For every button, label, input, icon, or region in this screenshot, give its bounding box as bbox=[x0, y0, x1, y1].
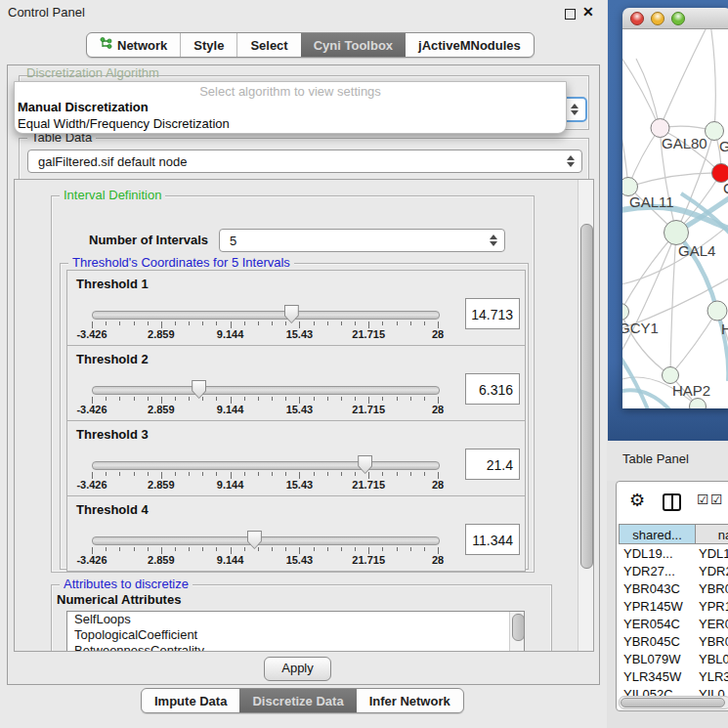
network-node-gal4[interactable] bbox=[664, 221, 689, 245]
network-edge bbox=[670, 233, 676, 375]
slider-tick bbox=[355, 547, 356, 551]
slider-tick bbox=[272, 547, 273, 551]
slider-track[interactable] bbox=[92, 461, 440, 470]
threshold-value-field[interactable]: 21.4 bbox=[465, 449, 520, 480]
slider-tick bbox=[368, 472, 369, 479]
attribute-list-item[interactable]: BetweennessCentrality bbox=[67, 643, 524, 652]
slider-tick-label: 21.715 bbox=[352, 404, 385, 415]
table-row[interactable]: YPR145WYPR1 bbox=[617, 599, 728, 617]
slider-tick-label: 21.715 bbox=[352, 479, 385, 491]
slider-tick bbox=[161, 321, 162, 328]
slider-track[interactable] bbox=[92, 311, 440, 320]
network-window-titlebar[interactable] bbox=[622, 8, 728, 29]
dropdown-option-equal-width-frequency[interactable]: Equal Width/Frequency Discretization bbox=[15, 115, 566, 132]
attributes-group: Attributes to discretize Numerical Attri… bbox=[51, 584, 552, 652]
bottom-tabbar: Impute DataDiscretize DataInfer Network bbox=[141, 688, 464, 713]
slider-tick bbox=[258, 321, 259, 325]
attribute-list-item[interactable]: SelfLoops bbox=[67, 612, 524, 627]
tab-style[interactable]: Style bbox=[180, 33, 236, 57]
slider-tick bbox=[216, 321, 217, 325]
attribute-list-item[interactable]: TopologicalCoefficient bbox=[67, 627, 524, 643]
threshold-value-field[interactable]: 6.316 bbox=[465, 373, 520, 405]
network-edge bbox=[636, 59, 660, 128]
network-node-gcy1[interactable] bbox=[622, 304, 629, 321]
dropdown-option-manual-discretization[interactable]: Manual Discretization bbox=[15, 99, 566, 115]
close-icon[interactable]: ✕ bbox=[582, 4, 594, 20]
slider-tick bbox=[148, 397, 149, 401]
threshold-label: Threshold 1 bbox=[76, 277, 149, 291]
threshold-value-field[interactable]: 14.713 bbox=[465, 298, 520, 329]
panel-scrollbar-thumb[interactable] bbox=[580, 224, 593, 569]
slider-tick bbox=[202, 321, 203, 325]
slider-tick bbox=[355, 472, 356, 476]
slider-tick bbox=[314, 321, 315, 325]
slider-tick bbox=[382, 397, 383, 401]
number-of-intervals-value: 5 bbox=[230, 234, 236, 248]
tab-impute-data[interactable]: Impute Data bbox=[142, 689, 239, 712]
slider-tick-label: 2.859 bbox=[148, 328, 175, 340]
zoom-traffic-light-icon[interactable] bbox=[671, 12, 685, 25]
slider-track[interactable] bbox=[92, 536, 440, 545]
slider-tick-label: 28 bbox=[432, 554, 444, 566]
tab-label: Network bbox=[117, 38, 167, 53]
network-icon bbox=[100, 37, 112, 53]
slider-track[interactable] bbox=[92, 386, 440, 395]
tab-jactivemnodules[interactable]: jActiveMNodules bbox=[406, 33, 534, 57]
attributes-group-title: Attributes to discretize bbox=[60, 578, 193, 591]
slider-tick bbox=[244, 397, 245, 401]
slider-tick bbox=[106, 321, 107, 325]
close-traffic-light-icon[interactable] bbox=[630, 12, 644, 25]
threshold-row: Threshold 1-3.4262.8599.14415.4321.71528… bbox=[66, 270, 526, 346]
horizontal-scrollbar-thumb[interactable] bbox=[621, 698, 725, 707]
table-row[interactable]: YBL079WYBL0 bbox=[617, 652, 728, 669]
slider-tick-label: 15.43 bbox=[286, 328, 314, 340]
horizontal-scrollbar[interactable] bbox=[619, 696, 728, 709]
tab-label: Cyni Toolbox bbox=[314, 38, 393, 53]
table-row[interactable]: YBR043CYBR0 bbox=[617, 581, 728, 599]
slider-tick bbox=[258, 472, 259, 476]
slider-tick bbox=[341, 547, 342, 551]
minimize-traffic-light-icon[interactable] bbox=[651, 12, 664, 25]
numerical-attributes-list[interactable]: SelfLoopsTopologicalCoefficientBetweenne… bbox=[66, 611, 525, 652]
table-row[interactable]: YER054CYER0 bbox=[617, 617, 728, 634]
slider-thumb[interactable] bbox=[358, 455, 372, 474]
network-edge bbox=[622, 233, 676, 360]
panel-scrollbar[interactable] bbox=[578, 180, 593, 651]
number-of-intervals-combobox[interactable]: 5 bbox=[219, 229, 505, 252]
thresholds-group-title: Threshold's Coordinates for 5 Intervals bbox=[68, 256, 294, 270]
table-row[interactable]: YIL052CYIL0 bbox=[617, 687, 728, 696]
slider-tick bbox=[202, 472, 203, 476]
float-window-icon[interactable] bbox=[565, 9, 576, 20]
slider-thumb[interactable] bbox=[192, 380, 206, 399]
tab-cyni-toolbox[interactable]: Cyni Toolbox bbox=[301, 33, 406, 57]
tab-network[interactable]: Network bbox=[87, 33, 180, 57]
slider-tick bbox=[161, 472, 162, 479]
table-row[interactable]: YDR27...YDR2 bbox=[617, 564, 728, 581]
list-scrollbar-thumb[interactable] bbox=[512, 614, 525, 641]
tab-discretize-data[interactable]: Discretize Data bbox=[239, 689, 356, 712]
slider-tick bbox=[410, 472, 411, 476]
table-cell: YBL079W bbox=[617, 652, 693, 669]
list-scrollbar[interactable] bbox=[509, 612, 524, 652]
numerical-attributes-label: Numerical Attributes bbox=[57, 592, 181, 607]
table-row[interactable]: YDL19...YDL1 bbox=[617, 546, 728, 564]
network-node-hap2[interactable] bbox=[663, 367, 679, 384]
screen: { "window": { "title": "Control Panel" }… bbox=[0, 0, 728, 728]
slider-thumb[interactable] bbox=[247, 531, 262, 549]
tab-select[interactable]: Select bbox=[236, 33, 300, 57]
table-cell: YBR045C bbox=[617, 634, 693, 652]
table-row[interactable]: YLR345WYLR3 bbox=[617, 669, 728, 687]
slider-tick bbox=[119, 472, 120, 476]
network-canvas[interactable]: GAL80GACGAL11GAL4GCY1HHAP2 bbox=[622, 29, 728, 408]
network-node-h[interactable] bbox=[707, 301, 727, 321]
table-row[interactable]: YBR045CYBR0 bbox=[617, 634, 728, 652]
apply-button[interactable]: Apply bbox=[264, 657, 331, 681]
table-data-combobox[interactable]: galFiltered.sif default node bbox=[27, 150, 582, 173]
network-window: GAL80GACGAL11GAL4GCY1HHAP2 bbox=[622, 8, 728, 408]
tab-infer-network[interactable]: Infer Network bbox=[357, 689, 463, 712]
slider-tick bbox=[368, 397, 369, 404]
slider-tick bbox=[231, 321, 232, 328]
threshold-value-field[interactable]: 11.344 bbox=[465, 524, 520, 555]
slider-tick bbox=[438, 397, 439, 404]
table-cell: YER054C bbox=[617, 617, 693, 634]
